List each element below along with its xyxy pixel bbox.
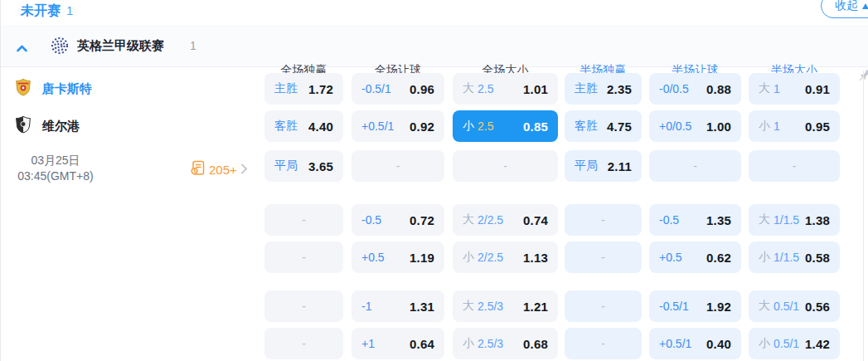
odds-label: 平局 <box>274 159 298 173</box>
odds-value: 0.58 <box>805 251 830 265</box>
odds-cell-half-over[interactable]: 大 0.5/1 0.56 <box>749 290 840 322</box>
ou-line-group: 大 2/2.5 <box>463 212 503 227</box>
dash: - <box>302 251 306 264</box>
odds-value: 1.92 <box>706 300 731 314</box>
league-header-row: 英格兰甲级联赛 1 全场独赢 全场让球 全场大小 半场独赢 半场让球 半场大小 <box>1 25 868 67</box>
ou-line: 2.5 <box>478 120 493 133</box>
odds-cell-half-win-home[interactable]: 主胜 2.35 <box>565 73 642 105</box>
match-date: 03月25日 <box>5 153 106 168</box>
odds-cell-empty: - <box>453 150 558 182</box>
odds-cell-full-handicap-away[interactable]: +1 0.64 <box>352 328 444 359</box>
odds-cell-half-under[interactable]: 小 1/1.5 0.58 <box>749 241 840 273</box>
dash: - <box>601 300 605 313</box>
odds-cell-empty: - <box>264 241 343 273</box>
odds-cell-half-win-away[interactable]: 客胜 4.75 <box>565 110 642 142</box>
odds-cell-full-handicap-away[interactable]: +0.5/1 0.92 <box>352 110 444 142</box>
odds-cell-full-handicap-home[interactable]: -0.5/1 0.96 <box>352 73 444 105</box>
odds-value: 1.42 <box>805 337 830 351</box>
odds-label: 平局 <box>575 159 598 173</box>
odds-cell-empty: - <box>749 150 840 182</box>
ou-line: 2.5/3 <box>478 337 503 350</box>
handicap-line: -0.5/1 <box>659 300 689 313</box>
handicap-line: -0.5/1 <box>361 82 391 95</box>
chevron-up-icon[interactable] <box>16 41 28 56</box>
ou-line-group: 大 1/1.5 <box>759 212 799 227</box>
odds-value: 0.62 <box>706 251 731 265</box>
ou-side: 大 <box>759 81 770 96</box>
dash: - <box>302 300 306 313</box>
odds-cell-half-under[interactable]: 小 0.5/1 1.42 <box>749 328 840 359</box>
odds-value: 1.35 <box>706 213 731 227</box>
odds-cell-empty: - <box>565 328 642 359</box>
odds-cell-full-handicap-home[interactable]: -1 1.31 <box>352 290 444 322</box>
home-team-name: 唐卡斯特 <box>42 81 92 97</box>
odds-cell-half-under[interactable]: 小 1 0.95 <box>749 110 840 142</box>
odds-cell-full-handicap-home[interactable]: -0.5 0.72 <box>352 204 444 236</box>
ou-side: 小 <box>759 250 770 265</box>
odds-value: 0.96 <box>410 82 434 96</box>
handicap-line: +0.5/1 <box>659 337 691 350</box>
league-match-count: 1 <box>190 39 196 52</box>
odds-cell-full-win-home[interactable]: 主胜 1.72 <box>264 73 343 105</box>
league-logo-icon <box>51 37 69 58</box>
odds-cell-full-win-draw[interactable]: 平局 3.65 <box>264 150 343 182</box>
dash: - <box>601 251 605 264</box>
odds-value: 0.56 <box>805 300 830 314</box>
ou-line: 0.5/1 <box>773 300 799 313</box>
odds-cell-full-under[interactable]: 小 2.5/3 0.68 <box>453 328 558 359</box>
ou-line-group: 大 1 <box>759 81 780 96</box>
odds-value: 1.72 <box>308 82 333 96</box>
odds-cell-full-handicap-away[interactable]: +0.5 1.19 <box>352 241 444 273</box>
dash: - <box>302 213 306 227</box>
odds-cell-full-win-away[interactable]: 客胜 4.40 <box>264 110 343 142</box>
odds-cell-half-over[interactable]: 大 1 0.91 <box>749 73 840 105</box>
odds-value: 0.88 <box>706 82 731 96</box>
ou-side: 大 <box>463 212 474 227</box>
odds-value: 0.40 <box>706 337 731 351</box>
ou-side: 大 <box>759 299 770 314</box>
ou-side: 小 <box>463 119 474 134</box>
odds-label: 客胜 <box>575 119 598 134</box>
odds-cell-full-over[interactable]: 大 2/2.5 0.74 <box>453 204 558 236</box>
betting-odds-panel: 未开赛1 收起 英格兰甲级联赛 1 全场独赢 全场让球 全场大小 半场独赢 半场… <box>0 0 868 361</box>
handicap-line: +0.5 <box>361 251 385 264</box>
odds-cell-full-under-selected[interactable]: 小 2.5 0.85 <box>453 110 558 142</box>
triangle-up-icon <box>862 3 868 9</box>
ou-side: 大 <box>759 212 770 227</box>
odds-value: 1.13 <box>523 251 548 265</box>
odds-cell-half-handicap-home[interactable]: -0.5 1.35 <box>649 204 741 236</box>
odds-label: 客胜 <box>274 119 298 134</box>
handicap-line: +1 <box>361 337 375 350</box>
odds-cell-full-under[interactable]: 小 2/2.5 1.13 <box>453 241 558 273</box>
odds-cell-half-handicap-away[interactable]: +0/0.5 1.00 <box>649 110 741 142</box>
odds-cell-full-over[interactable]: 大 2.5 1.01 <box>453 73 558 105</box>
collapse-button[interactable]: 收起 <box>821 0 868 18</box>
league-name: 英格兰甲级联赛 <box>77 38 164 54</box>
odds-cell-half-handicap-away[interactable]: +0.5 0.62 <box>649 241 741 273</box>
handicap-line: +0/0.5 <box>659 120 691 133</box>
dash: - <box>302 337 306 350</box>
away-team-row[interactable]: 维尔港 <box>1 110 264 142</box>
ou-line-group: 小 2.5/3 <box>463 336 503 351</box>
status-filter[interactable]: 未开赛1 <box>21 2 73 20</box>
odds-value: 1.38 <box>805 213 830 227</box>
home-team-badge-icon <box>14 78 32 100</box>
odds-cell-empty: - <box>264 290 343 322</box>
odds-value: 1.01 <box>523 82 548 96</box>
odds-value: 1.19 <box>410 251 434 265</box>
handicap-line: -1 <box>361 300 371 313</box>
odds-cell-half-win-draw[interactable]: 平局 2.11 <box>565 150 642 182</box>
odds-cell-empty: - <box>264 328 343 359</box>
markets-doc-icon <box>190 160 206 179</box>
odds-cell-half-handicap-home[interactable]: -0.5/1 1.92 <box>649 290 741 322</box>
handicap-line: +0.5/1 <box>361 120 394 133</box>
odds-cell-half-handicap-home[interactable]: -0/0.5 0.88 <box>649 73 741 105</box>
odds-cell-full-over[interactable]: 大 2.5/3 1.21 <box>453 290 558 322</box>
ou-side: 大 <box>463 81 474 96</box>
home-team-row[interactable]: 唐卡斯特 <box>1 73 264 105</box>
odds-cell-half-handicap-away[interactable]: +0.5/1 0.40 <box>649 328 741 359</box>
ou-line-group: 小 2/2.5 <box>463 250 503 265</box>
ou-line: 2.5 <box>478 82 493 95</box>
odds-cell-half-over[interactable]: 大 1/1.5 1.38 <box>749 204 840 236</box>
more-markets-link[interactable]: 205+ <box>190 160 248 179</box>
